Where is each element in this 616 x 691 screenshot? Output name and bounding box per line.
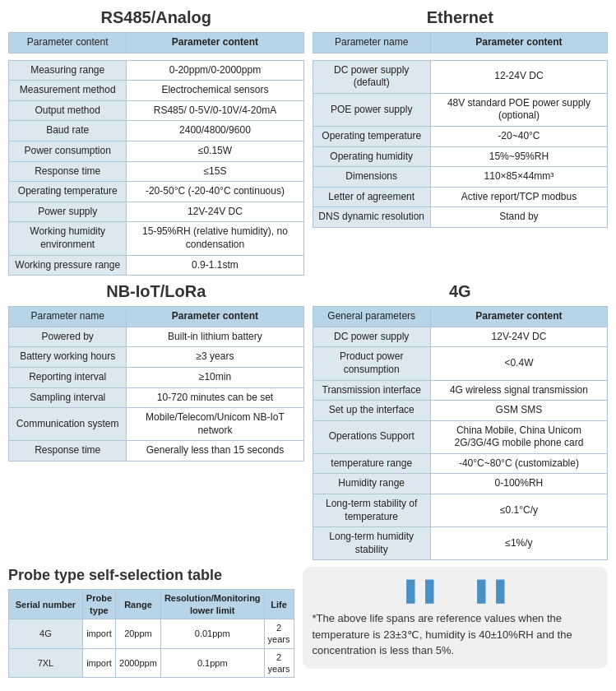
header-cell: Life — [264, 590, 294, 619]
header-cell: Parameter content — [127, 307, 303, 327]
rs485-header-col2: Parameter content — [127, 33, 303, 53]
rs485-header-row: Parameter content Parameter content — [9, 33, 304, 53]
param-label: Powered by — [9, 327, 127, 347]
param-value: -20-50°C (-20-40°C continuous) — [127, 182, 303, 202]
header-cell: Parameter name — [9, 307, 127, 327]
param-label: Operations Support — [313, 420, 430, 453]
note-icon-right: ❚❚ — [471, 577, 509, 604]
param-label: Product power consumption — [313, 347, 430, 380]
param-value: Generally less than 15 seconds — [127, 441, 303, 461]
table-row: Long-term stability of temperature≤0.1°C… — [313, 494, 608, 527]
param-label: POE power supply — [313, 93, 430, 126]
rs485-section: RS485/Analog Parameter content Parameter… — [8, 8, 304, 53]
param-value: ≥10min — [127, 367, 303, 387]
rs485-data: Measuring range0-20ppm/0-2000ppmMeasurem… — [8, 60, 304, 276]
param-label: DNS dynamic resolution — [313, 207, 430, 228]
param-label: Power supply — [9, 202, 127, 222]
table-row: Operating temperature-20~40°C — [313, 126, 608, 146]
probe-cell: 7XL — [9, 648, 83, 678]
param-label: Dimensions — [313, 167, 430, 188]
nbiot-table: Parameter nameParameter contentPowered b… — [8, 306, 304, 461]
g4-table: General parametersParameter contentDC po… — [313, 306, 609, 560]
table-row: Measurement methodElectrochemical sensor… — [9, 81, 304, 101]
header-cell: Range — [116, 590, 161, 619]
ethernet-header-row: Parameter name Parameter content — [313, 33, 608, 53]
table-row: Battery working hours≥3 years — [9, 347, 304, 368]
param-label: Battery working hours — [9, 347, 127, 368]
param-value: ≤0.15W — [127, 141, 303, 161]
param-label: DC power supply — [313, 327, 430, 347]
table-row: Working humidity environment15-95%RH (re… — [9, 222, 304, 255]
probe-cell: 0.01ppm — [160, 619, 264, 649]
param-value: -40°C~80°C (customizable) — [430, 453, 607, 474]
table-row: Sampling interval10-720 minutes can be s… — [9, 387, 304, 408]
param-value: 4G wireless signal transmission — [430, 380, 607, 401]
param-value: ≥3 years — [127, 347, 303, 368]
param-value: ≤1%/y — [430, 527, 607, 560]
table-row: Powered byBuilt-in lithium battery — [9, 327, 304, 347]
param-value: 15%~95%RH — [430, 146, 607, 167]
table-row: Communication systemMobile/Telecom/Unico… — [9, 408, 304, 441]
table-row: Response timeGenerally less than 15 seco… — [9, 441, 304, 461]
middle-row: NB-IoT/LoRa Parameter nameParameter cont… — [8, 282, 608, 560]
note-icons-row: ❚❚ ❚❚ — [313, 577, 599, 604]
param-value: 2400/4800/9600 — [127, 121, 303, 141]
param-value: Mobile/Telecom/Unicom NB-IoT network — [127, 408, 303, 441]
bottom-row: Probe type self-selection table Serial n… — [8, 567, 608, 678]
table-row: DC power supply12V-24V DC — [313, 327, 608, 347]
table-row: 4Gimport20ppm0.01ppm2 years — [9, 619, 294, 649]
table-row: Power supply12V-24V DC — [9, 202, 304, 222]
param-label: Reporting interval — [9, 367, 127, 387]
probe-section: Probe type self-selection table Serial n… — [8, 567, 294, 678]
param-label: Long-term stability of temperature — [313, 494, 430, 527]
table-row: POE power supply48V standard POE power s… — [313, 93, 608, 126]
nbiot-section: NB-IoT/LoRa Parameter nameParameter cont… — [8, 282, 304, 560]
param-value: Electrochemical sensors — [127, 81, 303, 101]
param-value: 12V-24V DC — [127, 202, 303, 222]
rs485-data-table: Measuring range0-20ppm/0-2000ppmMeasurem… — [8, 60, 304, 276]
probe-cell: 2000ppm — [116, 648, 161, 678]
param-value: 0-20ppm/0-2000ppm — [127, 60, 303, 81]
main-wrapper: RS485/Analog Parameter content Parameter… — [0, 0, 616, 686]
header-cell: Serial number — [9, 590, 83, 619]
table-row: Baud rate2400/4800/9600 — [9, 121, 304, 141]
param-value: GSM SMS — [430, 401, 607, 421]
param-label: Baud rate — [9, 121, 127, 141]
table-row: Humidity range0-100%RH — [313, 474, 608, 494]
probe-cell: import — [82, 648, 115, 678]
param-label: Communication system — [9, 408, 127, 441]
table-row: Set up the interfaceGSM SMS — [313, 401, 608, 421]
note-box: ❚❚ ❚❚ *The above life spans are referenc… — [303, 567, 609, 669]
param-value: 0-100%RH — [430, 474, 607, 494]
param-label: Measurement method — [9, 81, 127, 101]
rs485-table: Parameter content Parameter content — [8, 32, 304, 53]
param-value: ≤15S — [127, 161, 303, 182]
ethernet-data: DC power supply (default)12-24V DCPOE po… — [313, 60, 609, 228]
probe-header-row: Serial numberProbe typeRangeResolution/M… — [9, 590, 294, 619]
g4-section: 4G General parametersParameter contentDC… — [313, 282, 609, 560]
table-row: Reporting interval≥10min — [9, 367, 304, 387]
param-label: Response time — [9, 161, 127, 182]
data-row: Measuring range0-20ppm/0-2000ppmMeasurem… — [8, 60, 608, 276]
ethernet-header-col2: Parameter content — [430, 33, 607, 53]
param-value: RS485/ 0-5V/0-10V/4-20mA — [127, 100, 303, 121]
table-row: Dimensions110×85×44mm³ — [313, 167, 608, 188]
param-label: Operating temperature — [9, 182, 127, 202]
param-label: Long-term humidity stability — [313, 527, 430, 560]
param-label: Humidity range — [313, 474, 430, 494]
table-row: 7XLimport2000ppm0.1ppm2 years — [9, 648, 294, 678]
param-label: Working pressure range — [9, 255, 127, 276]
probe-cell: 2 years — [264, 619, 294, 649]
param-label: Set up the interface — [313, 401, 430, 421]
ethernet-table: Parameter name Parameter content — [313, 32, 609, 53]
table-row: Operating humidity15%~95%RH — [313, 146, 608, 167]
table-row: Operations SupportChina Mobile, China Un… — [313, 420, 608, 453]
top-row: RS485/Analog Parameter content Parameter… — [8, 8, 608, 53]
param-label: temperature range — [313, 453, 430, 474]
header-cell: Probe type — [82, 590, 115, 619]
param-value: Built-in lithium battery — [127, 327, 303, 347]
probe-title: Probe type self-selection table — [8, 567, 294, 584]
table-row: Power consumption≤0.15W — [9, 141, 304, 161]
nbiot-title: NB-IoT/LoRa — [8, 282, 304, 301]
param-value: ≤0.1°C/y — [430, 494, 607, 527]
